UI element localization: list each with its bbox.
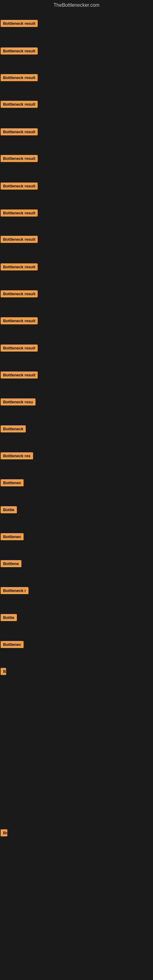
bottleneck-label: Bottleneck result xyxy=(1,128,38,135)
bottleneck-item: Bottleneck result xyxy=(1,48,38,56)
bottleneck-item: Bottle xyxy=(1,614,17,622)
bottleneck-label: Bottleneck result xyxy=(1,20,38,27)
bottleneck-label: Bottleneck result xyxy=(1,290,38,298)
bottleneck-item: Bottleneck r xyxy=(1,587,29,595)
bottleneck-item: Bottleneck result xyxy=(1,263,38,272)
bottleneck-item: Bottleneck result xyxy=(1,183,38,191)
site-header: TheBottlenecker.com xyxy=(0,0,153,12)
bottleneck-label: Bottleneck result xyxy=(1,101,38,108)
bottleneck-item: Bottleneck result xyxy=(1,210,38,218)
bottleneck-item: Bottleneck result xyxy=(1,101,38,109)
bottleneck-item: Bottleneck result xyxy=(1,20,38,28)
bottleneck-label: Bottleneck result xyxy=(1,345,38,352)
bottleneck-label: Bottleneck r xyxy=(1,587,29,594)
bottleneck-item: Bottlenec xyxy=(1,533,24,541)
items-container: Bottleneck resultBottleneck resultBottle… xyxy=(0,12,153,979)
bottleneck-item: Bo xyxy=(1,829,7,838)
bottleneck-label: B xyxy=(1,668,6,675)
bottleneck-item: Bottleneck result xyxy=(1,236,38,244)
bottleneck-item: Bottlenec xyxy=(1,479,24,488)
bottleneck-label: Bottlenec xyxy=(1,641,24,648)
site-title: TheBottlenecker.com xyxy=(0,0,153,12)
bottleneck-label: Bottleneck result xyxy=(1,48,38,54)
bottleneck-label: Bottleneck xyxy=(1,425,26,433)
bottleneck-label: Bottle xyxy=(1,614,17,621)
bottleneck-item: Bottleneck result xyxy=(1,74,38,83)
bottleneck-item: Bottle xyxy=(1,506,17,514)
bottleneck-label: Bottleneck result xyxy=(1,74,38,81)
bottleneck-item: Bottleneck result xyxy=(1,345,38,353)
bottleneck-item: B xyxy=(1,668,6,676)
bottleneck-item: Bottleneck result xyxy=(1,128,38,137)
bottleneck-label: Bottlene xyxy=(1,560,21,567)
bottleneck-item: Bottleneck resu xyxy=(1,398,35,407)
bottleneck-label: Bottlenec xyxy=(1,479,24,486)
bottleneck-item: Bottlenec xyxy=(1,641,24,649)
bottleneck-label: Bottleneck result xyxy=(1,183,38,189)
bottleneck-label: Bottleneck result xyxy=(1,155,38,162)
bottleneck-item: Bottleneck res xyxy=(1,452,33,461)
bottleneck-item: Bottlene xyxy=(1,560,21,568)
bottleneck-label: Bottleneck result xyxy=(1,263,38,270)
bottleneck-label: Bottleneck result xyxy=(1,236,38,243)
bottleneck-label: Bottle xyxy=(1,506,17,513)
bottleneck-label: Bo xyxy=(1,829,7,836)
bottleneck-item: Bottleneck result xyxy=(1,371,38,380)
bottleneck-label: Bottleneck result xyxy=(1,317,38,324)
bottleneck-label: Bottleneck resu xyxy=(1,398,35,406)
bottleneck-item: Bottleneck result xyxy=(1,290,38,299)
bottleneck-label: Bottleneck res xyxy=(1,452,33,460)
bottleneck-item: Bottleneck result xyxy=(1,155,38,163)
bottleneck-label: Bottleneck result xyxy=(1,371,38,379)
bottleneck-item: Bottleneck result xyxy=(1,317,38,326)
bottleneck-item: Bottleneck xyxy=(1,425,26,434)
bottleneck-label: Bottlenec xyxy=(1,533,24,540)
bottleneck-label: Bottleneck result xyxy=(1,210,38,216)
